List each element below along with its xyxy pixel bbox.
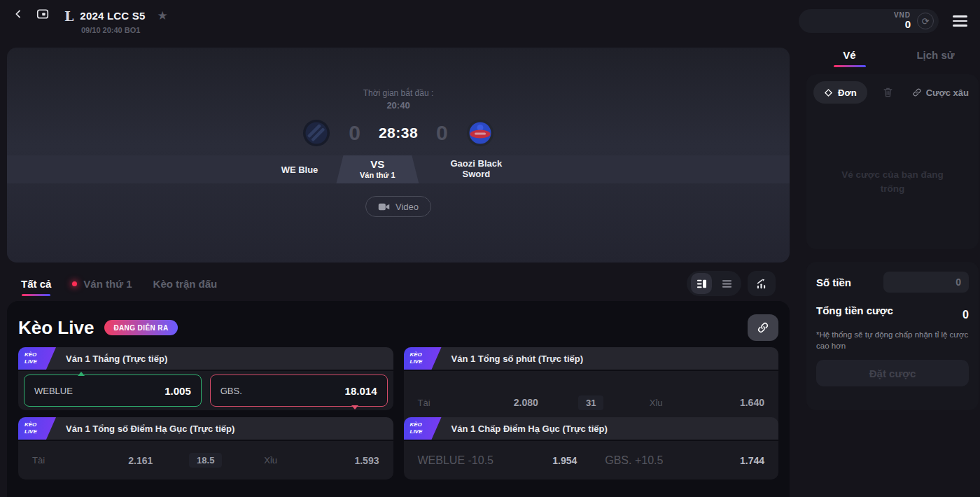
empty-betslip-text: Vé cược của bạn đang trống [813,168,972,195]
start-time-value: 20:40 [7,100,790,111]
odds-value: 1.744 [740,455,764,466]
odds-button-gbs[interactable]: GBS. 18.014 [210,374,388,407]
chevron-left-icon [13,8,24,20]
tab-ticket[interactable]: Vé [806,49,892,61]
link-icon [757,321,769,334]
team-logo-left [302,119,330,147]
total-value: 0 [962,309,969,321]
link-icon [912,88,922,97]
odds-value: 1.005 [164,385,191,397]
vs-strip: WE Blue VS Ván thứ 1 Gaozi Black Sword [7,155,790,183]
bet-amount-panel: Số tiền Tổng tiền cược 0 *Hệ thống sẽ tự… [806,262,979,410]
live-dot-icon [72,281,77,286]
market-tabs: Tất cả Ván thứ 1 Kèo trận đấu [7,269,790,298]
list-view-icon [722,279,732,288]
market-title: Ván 1 Tổng số phút (Trực tiếp) [451,354,584,364]
view-toggle [687,271,741,296]
over-odds[interactable]: 2.080 [490,397,562,408]
team-logo-right [466,119,494,147]
game-number-label: Ván thứ 1 [360,171,396,180]
amount-input[interactable] [883,272,969,293]
clear-betslip-button[interactable] [878,86,897,99]
chart-trend-icon [756,279,768,289]
stats-button[interactable] [748,271,776,296]
line-value: 18.5 [189,453,222,468]
tab-game-1[interactable]: Ván thứ 1 [83,278,132,290]
market-card-total-kills: KÈOLIVE Ván 1 Tổng số Điểm Hạ Gục (Trực … [18,417,393,456]
tab-history[interactable]: Lịch sử [892,49,979,61]
team-name-left: WE Blue [281,164,318,175]
odds-down-indicator [351,405,358,410]
market-title: Ván 1 Chấp Điểm Hạ Gục (Trực tiếp) [451,424,608,434]
parlay-tab[interactable]: Cược xâu [909,83,972,102]
top-bar: L 2024 LCC S5 ★ 09/10 20:40 BO1 VND 0 ⟳ [0,0,980,42]
under-label: Xỉu [620,398,692,408]
odds-value: 1.954 [552,455,577,466]
video-button-label: Video [396,202,419,212]
selection-label: GBS. +10.5 [605,454,663,467]
odds-value: 18.014 [345,385,377,397]
under-label: Xỉu [234,455,307,465]
keo-live-badge: KÈOLIVE [404,417,442,440]
grid-view-icon [696,279,707,288]
pip-button[interactable] [36,8,49,20]
video-button[interactable]: Video [365,196,431,217]
match-title: 2024 LCC S5 [80,10,145,22]
refresh-icon[interactable]: ⟳ [917,13,934,29]
balance-pill[interactable]: VND 0 ⟳ [799,9,939,33]
video-camera-icon [378,202,390,211]
auto-accept-note: *Hệ thống sẽ tự động chấp nhận tỉ lệ cượ… [816,329,969,351]
betslip-tabs: Vé Lịch sử [806,49,979,61]
amount-label: Số tiền [816,276,851,288]
tab-all[interactable]: Tất cả [21,278,51,290]
tab-match-odds[interactable]: Kèo trận đấu [153,278,218,290]
pip-icon [36,8,49,20]
favorite-star-icon[interactable]: ★ [157,8,167,23]
over-label: Tài [418,398,490,408]
handicap-selection-weblue[interactable]: WEBLUE -10.5 1.954 [404,441,592,479]
line-value: 31 [578,396,603,410]
ticket-icon [824,88,833,97]
live-section-title: Kèo Live [18,317,94,339]
market-title: Ván 1 Tổng số Điểm Hạ Gục (Trực tiếp) [66,424,234,434]
ticket-panel: Đơn Cược xâu Vé cược của bạn đang trống [806,74,979,249]
vs-label: VS [370,158,384,171]
live-status-badge: ĐANG DIỄN RA [104,320,177,335]
selection-label: GBS. [220,386,242,396]
league-logo: L [64,8,74,24]
market-title: Ván 1 Thắng (Trực tiếp) [66,354,167,364]
odds-button-weblue[interactable]: WEBLUE 1.005 [24,374,202,407]
selection-label: WEBLUE [34,386,73,396]
match-subtitle: 09/10 20:40 BO1 [81,26,168,34]
live-odds-panel: Kèo Live ĐANG DIỄN RA KÈOLIVE Ván 1 Thắn… [7,301,790,497]
keo-live-badge: KÈOLIVE [18,417,56,440]
team-name-right: Gaozi Black Sword [437,159,515,180]
keo-live-badge: KÈOLIVE [404,347,442,370]
score-left: 0 [349,121,360,145]
market-card-total-minutes: KÈOLIVE Ván 1 Tổng số phút (Trực tiếp) T… [404,347,779,410]
place-bet-button[interactable]: Đặt cược [816,360,969,386]
share-link-button[interactable] [748,314,778,341]
menu-button[interactable] [953,15,967,27]
back-button[interactable] [13,8,24,20]
score-right: 0 [436,121,448,145]
keo-live-badge: KÈOLIVE [18,347,56,370]
over-odds[interactable]: 2.161 [104,455,176,466]
vs-chip: VS Ván thứ 1 [336,155,419,183]
under-odds[interactable]: 1.640 [692,397,764,408]
total-label: Tổng tiền cược [816,304,900,318]
market-card-winner: KÈOLIVE Ván 1 Thắng (Trực tiếp) WEBLUE 1… [18,347,393,410]
start-time-label: Thời gian bắt đầu : [7,88,790,98]
selection-label: WEBLUE -10.5 [418,454,493,467]
parlay-label: Cược xâu [926,88,969,98]
list-view-button[interactable] [716,273,737,294]
single-bet-button[interactable]: Đơn [813,81,867,104]
market-card-kill-handicap: KÈOLIVE Ván 1 Chấp Điểm Hạ Gục (Trực tiế… [404,417,779,456]
handicap-selection-gbs[interactable]: GBS. +10.5 1.744 [591,441,778,479]
betting-app: L 2024 LCC S5 ★ 09/10 20:40 BO1 VND 0 ⟳ … [0,0,980,497]
grid-view-button[interactable] [691,273,712,294]
match-clock: 28:38 [379,125,418,141]
trash-icon [883,87,893,98]
under-odds[interactable]: 1.593 [307,455,379,466]
odds-up-indicator [78,372,85,376]
